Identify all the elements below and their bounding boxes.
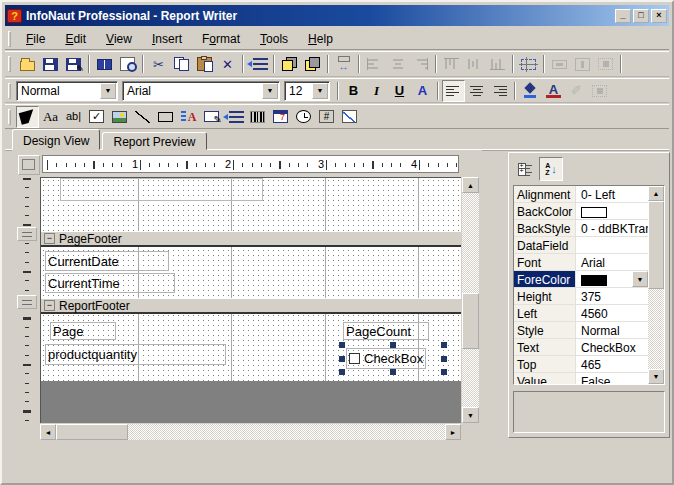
report-control-productquantity[interactable]: productquantity: [45, 344, 226, 365]
report-control-currentdate[interactable]: CurrentDate: [45, 251, 169, 271]
selection-handle[interactable]: [441, 369, 447, 375]
toolbar-grip[interactable]: [8, 31, 11, 47]
image-tool-button[interactable]: [108, 106, 131, 128]
collapse-section-button[interactable]: −: [44, 300, 55, 311]
horizontal-scrollbar-thumb[interactable]: [56, 424, 128, 440]
property-row-value[interactable]: ValueFalse: [514, 373, 648, 384]
report-outline-button[interactable]: [247, 53, 270, 75]
font-combo[interactable]: Arial ▼: [122, 81, 280, 101]
chevron-down-icon[interactable]: ▼: [262, 83, 278, 99]
bring-to-front-button[interactable]: [278, 53, 301, 75]
data-dictionary-button[interactable]: [93, 53, 116, 75]
scroll-right-button[interactable]: ►: [445, 424, 461, 440]
menu-item-insert[interactable]: Insert: [142, 30, 192, 48]
report-control-page[interactable]: Page: [50, 322, 116, 340]
design-canvas[interactable]: −PageFooterCurrentDateCurrentTime−Report…: [40, 177, 461, 423]
align-text-left-button[interactable]: [442, 80, 465, 102]
send-to-back-button[interactable]: [301, 53, 324, 75]
calendar-tool-button[interactable]: 7: [269, 106, 292, 128]
tab-report-preview[interactable]: Report Preview: [102, 132, 206, 150]
property-row-datafield[interactable]: DataField: [514, 237, 648, 254]
subreport-tool-button[interactable]: [200, 106, 223, 128]
scroll-down-button[interactable]: ▼: [648, 369, 664, 384]
property-grid-scrollbar[interactable]: ▲ ▼: [648, 186, 664, 384]
pointer-tool-button[interactable]: [16, 106, 39, 128]
value-dropdown-button[interactable]: ▼: [632, 271, 648, 287]
chevron-down-icon[interactable]: ▼: [312, 83, 328, 99]
horizontal-scrollbar[interactable]: ◄ ►: [40, 424, 461, 440]
close-button[interactable]: ×: [651, 9, 667, 23]
toolbar-grip[interactable]: [8, 56, 11, 72]
scroll-down-button[interactable]: ▼: [462, 407, 479, 423]
report-control-currenttime[interactable]: CurrentTime: [45, 273, 175, 293]
page-number-tool-button[interactable]: #: [315, 106, 338, 128]
field-list-tool-button[interactable]: [223, 106, 246, 128]
property-scrollbar-thumb[interactable]: [648, 201, 664, 289]
ruler-origin-button[interactable]: [18, 155, 40, 175]
horizontal-spacing-button[interactable]: [332, 53, 355, 75]
tab-design-view[interactable]: Design View: [12, 129, 100, 150]
font-size-combo[interactable]: 12 ▼: [284, 81, 330, 101]
underline-button[interactable]: U: [388, 80, 411, 102]
open-button[interactable]: [16, 53, 39, 75]
snap-to-grid-button[interactable]: [517, 53, 540, 75]
selection-handle[interactable]: [441, 342, 447, 348]
back-color-button[interactable]: [519, 80, 542, 102]
save-as-button[interactable]: ✎: [62, 53, 85, 75]
scroll-left-button[interactable]: ◄: [40, 424, 56, 440]
align-tops-button[interactable]: [440, 53, 463, 75]
richtext-tool-button[interactable]: A: [177, 106, 200, 128]
center-in-section-button[interactable]: [594, 53, 617, 75]
chart-tool-button[interactable]: [338, 106, 361, 128]
vertical-scrollbar[interactable]: ▲ ▼: [462, 177, 479, 423]
report-control-pagecount[interactable]: PageCount: [343, 322, 429, 340]
align-right-edges-button[interactable]: [409, 53, 432, 75]
align-middles-button[interactable]: [463, 53, 486, 75]
collapse-section-button[interactable]: −: [44, 233, 55, 244]
cut-button[interactable]: ✂: [147, 53, 170, 75]
format-painter-button[interactable]: ✐: [565, 80, 588, 102]
align-centers-button[interactable]: [386, 53, 409, 75]
chevron-down-icon[interactable]: ▼: [100, 83, 116, 99]
property-row-backstyle[interactable]: BackStyle0 - ddBKTrans: [514, 220, 648, 237]
bold-button[interactable]: B: [342, 80, 365, 102]
minimize-button[interactable]: _: [615, 9, 631, 23]
scroll-up-button[interactable]: ▲: [462, 177, 479, 193]
barcode-tool-button[interactable]: [246, 106, 269, 128]
toolbar-grip[interactable]: [8, 109, 11, 125]
menu-item-format[interactable]: Format: [192, 30, 250, 48]
pagefooter-section-handle[interactable]: [17, 227, 37, 241]
selection-handle[interactable]: [339, 342, 345, 348]
paste-button[interactable]: [193, 53, 216, 75]
maximize-button[interactable]: □: [633, 9, 649, 23]
property-row-text[interactable]: TextCheckBox: [514, 339, 648, 356]
scroll-up-button[interactable]: ▲: [648, 186, 664, 201]
selection-handle[interactable]: [339, 369, 345, 375]
size-same-width-button[interactable]: [548, 53, 571, 75]
align-text-right-button[interactable]: [488, 80, 511, 102]
property-row-left[interactable]: Left4560: [514, 305, 648, 322]
selection-handle[interactable]: [339, 356, 345, 362]
size-same-height-button[interactable]: [571, 53, 594, 75]
menu-item-view[interactable]: View: [96, 30, 142, 48]
property-row-top[interactable]: Top465: [514, 356, 648, 373]
selection-handle[interactable]: [390, 342, 396, 348]
property-row-alignment[interactable]: Alignment0- Left: [514, 186, 648, 203]
title-bar[interactable]: ? InfoNaut Professional - Report Writer …: [5, 5, 669, 26]
menu-item-edit[interactable]: Edit: [55, 30, 96, 48]
categorized-button[interactable]: [513, 157, 537, 181]
print-preview-button[interactable]: [116, 53, 139, 75]
font-button[interactable]: A: [411, 80, 434, 102]
property-row-forecolor[interactable]: ForeColor▼: [514, 271, 648, 288]
vertical-scrollbar-thumb[interactable]: [462, 293, 479, 349]
save-button[interactable]: [39, 53, 62, 75]
property-row-backcolor[interactable]: BackColor: [514, 203, 648, 220]
label-tool-button[interactable]: Aa: [39, 106, 62, 128]
rectangle-tool-button[interactable]: [154, 106, 177, 128]
copy-button[interactable]: [170, 53, 193, 75]
textbox-tool-button[interactable]: ab|: [62, 106, 85, 128]
align-bottoms-button[interactable]: [486, 53, 509, 75]
line-tool-button[interactable]: [131, 106, 154, 128]
menu-item-tools[interactable]: Tools: [250, 30, 298, 48]
selection-handle[interactable]: [441, 356, 447, 362]
